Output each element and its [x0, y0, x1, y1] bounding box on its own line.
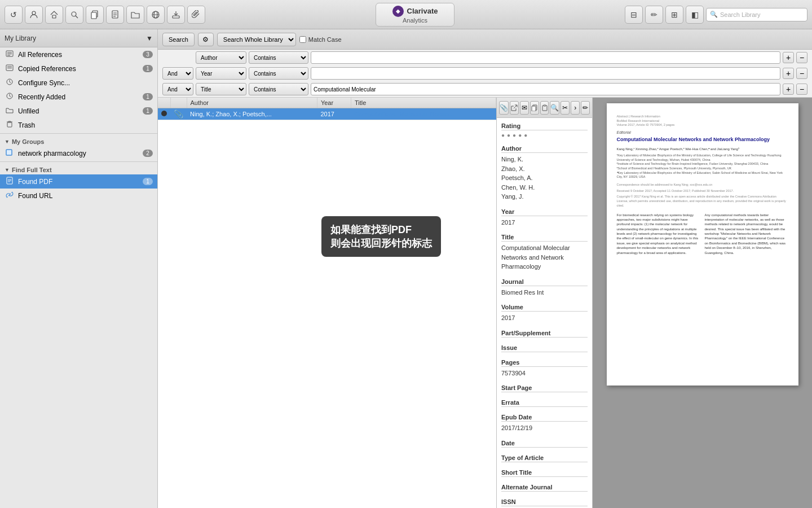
pdf-page: Abstract | Research Information BioMed R…: [607, 103, 798, 386]
filter-connector-2[interactable]: AndOr: [162, 67, 193, 80]
sidebar-item-configure-sync[interactable]: Configure Sync...: [0, 76, 157, 90]
refresh-button[interactable]: ↺: [5, 6, 23, 24]
filter-add-3[interactable]: +: [783, 84, 794, 95]
issue-section: Issue: [501, 344, 588, 352]
user-button[interactable]: [25, 6, 43, 24]
author-section: Author Ning, K. Zhao, X. Poetsch, A. Che…: [501, 145, 588, 202]
arrow-right-btn[interactable]: ›: [571, 101, 580, 115]
view-toggle[interactable]: ◧: [686, 6, 704, 24]
url-icon: [5, 191, 15, 200]
filter-field-1[interactable]: AuthorYearTitle: [196, 51, 246, 64]
document-button[interactable]: [106, 6, 124, 24]
globe-button[interactable]: [147, 6, 165, 24]
search-button[interactable]: Search: [162, 33, 195, 46]
search-gear-button[interactable]: ⚙: [198, 33, 214, 46]
edit-btn2[interactable]: ✏: [581, 101, 590, 115]
star-3[interactable]: ●: [513, 132, 516, 138]
col-header-dot: [158, 98, 170, 108]
col-header-year[interactable]: Year: [317, 98, 351, 108]
folder-button[interactable]: [126, 6, 144, 24]
sidebar-item-all-references[interactable]: All References 3: [0, 47, 157, 62]
col-header-clip: [170, 98, 187, 108]
network-pharm-badge: 2: [143, 150, 153, 157]
filter-field-2[interactable]: YearAuthorTitle: [196, 67, 246, 80]
external-link-btn[interactable]: [510, 101, 519, 115]
table-header: Author Year Title: [158, 98, 496, 108]
match-case-label[interactable]: Match Case: [299, 36, 342, 43]
all-refs-label: All References: [18, 51, 139, 59]
star-1[interactable]: ●: [501, 132, 505, 138]
sidebar-item-trash[interactable]: Trash: [0, 118, 157, 132]
edit-button[interactable]: ✏: [645, 6, 663, 24]
sidebar-item-found-pdf[interactable]: Found PDF 1: [0, 174, 157, 189]
sidebar-item-network-pharmacology[interactable]: network pharmacology 2: [0, 146, 157, 160]
filter-row-2: AndOr YearAuthorTitle ContainsDoes not c…: [158, 65, 812, 81]
layout-button[interactable]: ⊟: [625, 6, 643, 24]
search-btn2[interactable]: 🔍: [550, 101, 559, 115]
filter-condition-1[interactable]: ContainsDoes not contain: [249, 51, 308, 64]
filter-value-3[interactable]: [311, 83, 780, 95]
short-title-section: Short Title: [501, 469, 588, 477]
sidebar-item-recently-added[interactable]: Recently Added 1: [0, 90, 157, 104]
star-5[interactable]: ●: [524, 132, 527, 138]
sidebar-item-found-url[interactable]: Found URL: [0, 189, 157, 203]
pdf-two-col: For biomedical research relying on syste…: [617, 213, 788, 257]
home-button[interactable]: [45, 6, 63, 24]
unfiled-label: Unfiled: [18, 107, 139, 115]
pdf-authors: Kang Ning,¹ Xinming Zhao,² Amgar Poetsch…: [617, 147, 788, 151]
unfiled-badge: 1: [143, 107, 153, 115]
filter-add-2[interactable]: +: [783, 68, 794, 79]
star-4[interactable]: ●: [518, 132, 522, 138]
library-select[interactable]: Search Whole Library: [217, 33, 296, 46]
filter-field-3[interactable]: TitleAuthorYear: [196, 83, 246, 95]
logo-text: Clarivate: [407, 7, 438, 15]
export-button[interactable]: [167, 6, 185, 24]
star-2[interactable]: ●: [507, 132, 510, 138]
search-button[interactable]: [65, 6, 83, 24]
pdf-icon: [5, 177, 15, 186]
search-box-top[interactable]: 🔍 Search Library: [706, 8, 807, 21]
match-case-text: Match Case: [308, 36, 342, 43]
table-row[interactable]: 📎 Ning, K.; Zhao, X.; Poetsch,... 2017 C…: [158, 108, 496, 120]
rating-label: Rating: [501, 122, 588, 130]
type-of-article-label: Type of Article: [501, 454, 588, 462]
grid-button[interactable]: ⊞: [665, 6, 683, 24]
attach-button[interactable]: [187, 6, 205, 24]
my-groups-header[interactable]: ▼ My Groups: [0, 135, 157, 146]
issn-section: ISSN: [501, 498, 588, 506]
filter-remove-1[interactable]: −: [796, 52, 807, 63]
library-label: My Library: [5, 34, 36, 42]
filter-remove-2[interactable]: −: [796, 68, 807, 79]
app-logo: ◆ Clarivate Analytics: [376, 3, 454, 27]
tooltip-line2: 则会出现回形针的标志: [330, 237, 432, 250]
filter-value-2[interactable]: [311, 67, 780, 80]
match-case-checkbox[interactable]: [299, 36, 306, 43]
attach-icon-btn[interactable]: 📎: [499, 101, 509, 115]
scissors-btn[interactable]: ✂: [561, 101, 570, 115]
rating-stars[interactable]: ● ● ● ● ●: [501, 132, 588, 138]
col-header-title[interactable]: Title: [351, 98, 496, 108]
paste-btn[interactable]: [540, 101, 549, 115]
svg-rect-5: [91, 12, 96, 19]
sidebar-header[interactable]: My Library ▼: [0, 29, 157, 47]
find-full-text-label: Find Full Text: [12, 167, 52, 173]
clarivate-icon: ◆: [392, 6, 404, 17]
filter-value-1[interactable]: [311, 51, 780, 64]
copy-button[interactable]: [86, 6, 104, 24]
filter-condition-2[interactable]: ContainsDoes not contain: [249, 67, 308, 80]
filter-remove-3[interactable]: −: [796, 84, 807, 95]
tooltip-overlay: 如果能查找到PDF 则会出现回形针的标志: [321, 216, 441, 257]
col-header-author[interactable]: Author: [187, 98, 317, 108]
filter-condition-3[interactable]: ContainsDoes not contain: [249, 83, 308, 95]
copy-btn2[interactable]: [530, 101, 539, 115]
filter-connector-3[interactable]: AndOr: [162, 83, 193, 95]
volume-value: 2017: [501, 313, 588, 323]
sidebar-item-copied-references[interactable]: Copied References 1: [0, 62, 157, 76]
find-full-text-header[interactable]: ▼ Find Full Text: [0, 163, 157, 174]
sidebar-item-unfiled[interactable]: Unfiled 1: [0, 104, 157, 118]
email-btn[interactable]: ✉: [520, 101, 529, 115]
pdf-title: Computational Molecular Networks and Net…: [617, 137, 788, 143]
svg-rect-33: [532, 106, 536, 111]
filter-add-1[interactable]: +: [783, 52, 794, 63]
pdf-preview: Abstract | Research Information BioMed R…: [592, 98, 812, 508]
